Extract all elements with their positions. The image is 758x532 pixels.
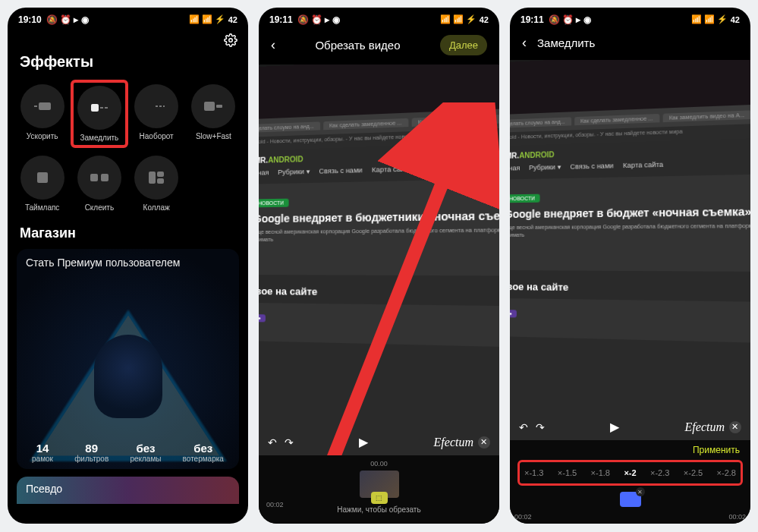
svg-rect-10 [216,105,222,108]
svg-rect-8 [163,105,165,107]
speed-area: Применить ×-1.3 ×-1.5 ×-1.8 ×-2 ×-2.3 ×-… [510,440,750,524]
back-icon[interactable]: ‹ [271,37,275,53]
redo-icon[interactable]: ↷ [285,436,294,449]
store-title: Магазин [8,219,248,249]
effect-slowdown[interactable]: Замедлить [71,80,127,148]
svg-rect-5 [105,107,108,109]
status-icons-left: 🔕 ⏰ ▸ ◉ [46,14,89,25]
svg-rect-2 [39,102,51,110]
premium-card[interactable]: Стать Премиум пользователем 14рамок 89фи… [17,249,239,469]
gear-icon[interactable] [224,33,237,47]
topbar: ‹ Обрезать видео Далее [259,27,499,65]
svg-rect-6 [156,105,158,107]
status-icons-left: 🔕 ⏰ ▸ ◉ [297,14,340,25]
redo-icon[interactable]: ↷ [536,421,545,433]
effect-speedup[interactable]: Ускорить [15,81,69,146]
effect-reverse[interactable]: Наоборот [130,81,184,146]
play-icon[interactable]: ▶ [359,435,368,449]
effect-merge[interactable]: Склеить [72,153,126,215]
pseudo-card[interactable]: Псевдо [17,477,239,504]
time-left: 00:02 [514,513,532,521]
screen-title: Обрезать видео [315,39,400,52]
svg-rect-16 [157,178,164,184]
phone-screen-1: 19:10 🔕 ⏰ ▸ ◉ 📶 📶 ⚡42 Эффекты Ускорить З… [8,8,248,524]
speed-23[interactable]: ×-2.3 [649,465,671,480]
status-icons-right: 📶 📶 ⚡42 [189,14,237,24]
brand-watermark: Efectum ✕ [434,436,490,449]
playback-row: ↶ ↷ ▶ Efectum ✕ [259,435,499,449]
trim-hint: Нажми, чтобы обрезать [266,505,492,514]
effects-title: Эффекты [8,47,248,81]
premium-label: Стать Премиум пользователем [26,257,180,269]
premium-stats: 14рамок 89фильтров безрекламы безвотерма… [17,442,239,463]
speed-track[interactable]: ✕ [516,492,744,513]
svg-rect-13 [101,174,109,181]
speed-13[interactable]: ×-1.3 [523,465,545,480]
statusbar: 19:10 🔕 ⏰ ▸ ◉ 📶 📶 ⚡42 [8,8,248,27]
effect-collage[interactable]: Коллаж [130,153,184,215]
status-icons-right: 📶 📶 ⚡42 [691,14,740,24]
play-icon[interactable]: ▶ [610,420,619,434]
effect-slowfast[interactable]: Slow+Fast [187,81,241,146]
svg-rect-11 [37,172,48,183]
undo-icon[interactable]: ↶ [268,436,277,449]
svg-rect-3 [91,104,99,112]
trim-handle[interactable]: ⬚ [371,492,388,504]
svg-rect-12 [90,174,98,181]
svg-rect-4 [100,107,103,109]
speed-15[interactable]: ×-1.5 [556,465,578,480]
statusbar: 19:11 🔕 ⏰ ▸ ◉ 📶 📶 ⚡42 [510,8,750,27]
svg-rect-7 [159,105,162,107]
effect-timelapse[interactable]: Таймлапс [15,153,69,215]
statusbar: 19:11 🔕 ⏰ ▸ ◉ 📶 📶 ⚡42 [259,8,499,27]
trim-time-left: 00:02 [266,501,284,508]
apply-button[interactable]: Применить [693,445,740,455]
speed-25[interactable]: ×-2.5 [682,465,704,480]
status-time: 19:11 [521,14,544,25]
topbar: ‹ Замедлить [510,27,750,60]
svg-rect-14 [149,172,156,184]
phone-screen-3: 19:11 🔕 ⏰ ▸ ◉ 📶 📶 ⚡42 ‹ Замедлить Как сд… [510,8,750,524]
svg-rect-1 [34,105,37,107]
svg-point-0 [229,39,233,42]
status-time: 19:11 [269,14,293,25]
brand-watermark: Efectum ✕ [685,420,741,434]
video-preview[interactable]: Как сделать слоумо на анд... Как сделать… [259,65,499,455]
time-right: 00:02 [728,513,746,521]
close-icon[interactable]: ✕ [478,436,490,449]
svg-rect-9 [204,102,215,111]
playback-row: ↶ ↷ ▶ Efectum ✕ [510,420,750,434]
phone-screen-2: 19:11 🔕 ⏰ ▸ ◉ 📶 📶 ⚡42 ‹ Обрезать видео Д… [259,8,499,524]
segment-close-icon[interactable]: ✕ [636,487,645,496]
svg-rect-15 [157,172,164,177]
speed-selector: ×-1.3 ×-1.5 ×-1.8 ×-2 ×-2.3 ×-2.5 ×-2.8 [517,460,743,486]
trim-time-top: 00.00 [266,460,492,467]
speed-2[interactable]: ×-2 [622,465,637,480]
screen-title: Замедлить [527,36,738,49]
speed-18[interactable]: ×-1.8 [590,465,612,480]
status-icons-right: 📶 📶 ⚡42 [440,14,489,24]
status-time: 19:10 [18,14,42,25]
status-icons-left: 🔕 ⏰ ▸ ◉ [549,14,591,25]
video-preview[interactable]: Как сделать слоумо на анд... Как сделать… [510,60,750,440]
next-button[interactable]: Далее [440,35,487,55]
trim-area: 00.00 ⬚ 00:02 Нажми, чтобы обрезать [259,455,499,524]
effects-grid: Ускорить Замедлить Наоборот Slow+Fast Та… [8,81,248,219]
speed-28[interactable]: ×-2.8 [716,465,738,480]
undo-icon[interactable]: ↶ [519,421,528,433]
close-icon[interactable]: ✕ [729,421,741,433]
